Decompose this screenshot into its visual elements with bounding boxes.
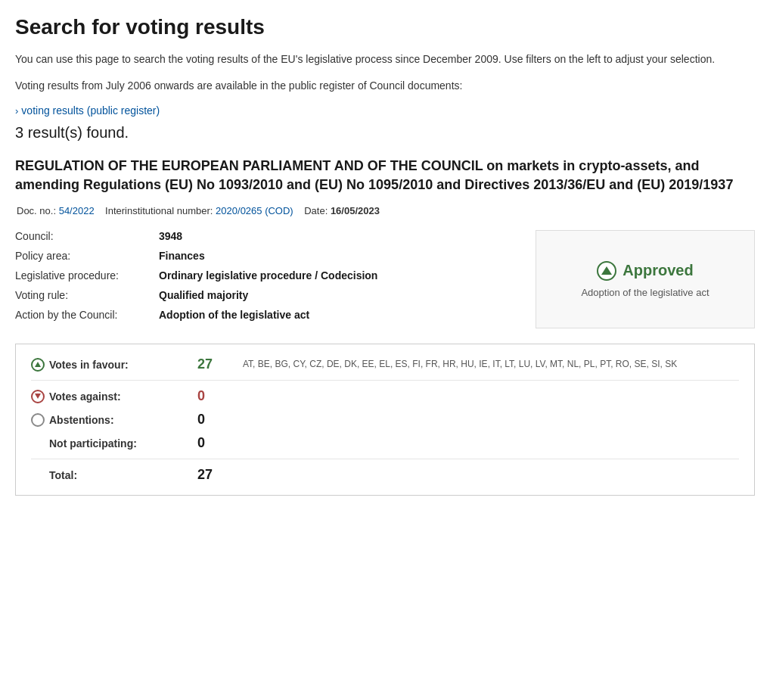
against-icon	[31, 390, 45, 403]
total-count: 27	[197, 467, 243, 483]
results-count: 3 result(s) found.	[15, 124, 755, 142]
page-title: Search for voting results	[15, 15, 755, 39]
favour-arrow-icon	[35, 362, 41, 367]
total-label: Total:	[31, 469, 197, 481]
approved-icon	[597, 261, 616, 281]
against-label: Votes against:	[31, 390, 197, 403]
date-value: 16/05/2023	[331, 205, 380, 216]
doc-meta: Doc. no.: 54/2022 Interinstitutional num…	[15, 205, 755, 216]
council-value: 3948	[159, 230, 182, 242]
intro-text-2: Voting results from July 2006 onwards ar…	[15, 78, 755, 94]
favour-icon	[31, 358, 45, 372]
status-approved: Approved	[597, 261, 693, 281]
favour-label: Votes in favour:	[31, 358, 197, 372]
abstain-count: 0	[197, 412, 243, 428]
arrow-up-icon	[601, 266, 612, 275]
favour-count: 27	[197, 356, 243, 372]
register-link-section: ›voting results (public register)	[15, 104, 755, 117]
action-row: Action by the Council: Adoption of the l…	[15, 309, 520, 321]
inter-link[interactable]: 2020/0265 (COD)	[216, 205, 293, 216]
policy-value: Finances	[159, 250, 205, 262]
status-label: Approved	[623, 262, 693, 279]
procedure-row: Legislative procedure: Ordinary legislat…	[15, 269, 520, 282]
policy-label: Policy area:	[15, 250, 159, 262]
doc-no-link[interactable]: 54/2022	[59, 205, 95, 216]
procedure-label: Legislative procedure:	[15, 269, 159, 282]
voting-rule-label: Voting rule:	[15, 289, 159, 301]
voting-box: Votes in favour: 27 AT, BE, BG, CY, CZ, …	[15, 344, 755, 496]
intro-text-1: You can use this page to search the voti…	[15, 51, 755, 67]
status-subtitle: Adoption of the legislative act	[581, 287, 709, 298]
action-label: Action by the Council:	[15, 309, 159, 321]
policy-row: Policy area: Finances	[15, 250, 520, 262]
register-link[interactable]: ›voting results (public register)	[15, 104, 160, 117]
against-count: 0	[197, 388, 243, 404]
not-participating-row: Not participating: 0	[31, 435, 739, 451]
chevron-right-icon: ›	[15, 105, 18, 117]
against-row: Votes against: 0	[31, 388, 739, 404]
doc-no-label: Doc. no.:	[17, 205, 56, 216]
action-value: Adoption of the legislative act	[159, 309, 309, 321]
against-arrow-icon	[35, 394, 41, 399]
divider-1	[31, 380, 739, 381]
council-row: Council: 3948	[15, 230, 520, 242]
details-section: Council: 3948 Policy area: Finances Legi…	[15, 230, 755, 328]
inter-label: Interinstitutional number:	[105, 205, 213, 216]
result-title: REGULATION OF THE EUROPEAN PARLIAMENT AN…	[15, 157, 755, 194]
details-table: Council: 3948 Policy area: Finances Legi…	[15, 230, 520, 328]
favour-row: Votes in favour: 27 AT, BE, BG, CY, CZ, …	[31, 356, 739, 372]
voting-rule-value: Qualified majority	[159, 289, 248, 301]
favour-countries: AT, BE, BG, CY, CZ, DE, DK, EE, EL, ES, …	[243, 357, 677, 372]
status-box: Approved Adoption of the legislative act	[536, 230, 755, 328]
not-participating-label: Not participating:	[31, 437, 197, 450]
total-row: Total: 27	[31, 467, 739, 483]
date-label: Date:	[304, 205, 328, 216]
voting-rule-row: Voting rule: Qualified majority	[15, 289, 520, 301]
abstain-row: Abstentions: 0	[31, 412, 739, 428]
abstain-icon	[31, 413, 45, 427]
divider-2	[31, 459, 739, 459]
procedure-value: Ordinary legislative procedure / Codecis…	[159, 269, 377, 282]
abstain-label: Abstentions:	[31, 413, 197, 427]
council-label: Council:	[15, 230, 159, 242]
not-participating-count: 0	[197, 435, 243, 451]
